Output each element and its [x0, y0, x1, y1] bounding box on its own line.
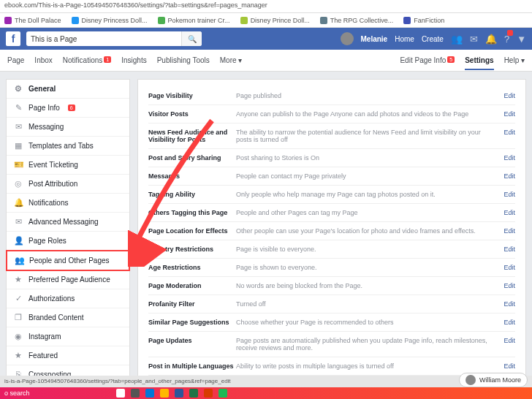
- bookmark-item[interactable]: Disney Prince Doll...: [240, 17, 310, 24]
- setting-label: Tagging Ability: [148, 191, 236, 198]
- edit-link[interactable]: Edit: [503, 362, 515, 370]
- taskbar-search[interactable]: o search: [4, 390, 30, 397]
- spotify-icon[interactable]: [218, 389, 227, 398]
- nav-publishing-tools[interactable]: Publishing Tools: [157, 56, 210, 64]
- favicon-icon: [403, 17, 411, 24]
- favicon-icon: [4, 17, 12, 24]
- setting-row: Page VisibilityPage publishedEdit: [148, 87, 515, 105]
- edit-link[interactable]: Edit: [503, 110, 515, 118]
- nav-settings[interactable]: Settings: [465, 56, 493, 70]
- edit-link[interactable]: Edit: [503, 154, 515, 162]
- setting-value: Other people can use your Page's locatio…: [236, 227, 503, 235]
- taskview-icon[interactable]: [131, 389, 140, 398]
- quick-help-icon[interactable]: ?: [504, 34, 509, 45]
- favicon-icon: [158, 17, 165, 24]
- edit-link[interactable]: Edit: [503, 300, 515, 308]
- nav-home[interactable]: Home: [395, 35, 414, 43]
- edit-link[interactable]: Edit: [503, 337, 515, 352]
- sidebar-item-general[interactable]: ⚙General: [7, 80, 129, 99]
- excel-icon[interactable]: [189, 389, 198, 398]
- sidebar-item-authorizations[interactable]: ✓Authorizations: [7, 289, 129, 308]
- search-input[interactable]: This is a Page 🔍: [26, 31, 202, 46]
- facebook-logo-icon[interactable]: f: [6, 31, 20, 46]
- setting-value: Page is visible to everyone.: [236, 246, 503, 253]
- setting-value: Page published: [236, 92, 503, 99]
- setting-value: Post sharing to Stories is On: [236, 154, 503, 162]
- sidebar-item-templates-and-tabs[interactable]: ▦Templates and Tabs: [7, 137, 129, 156]
- setting-row: Post and Story SharingPost sharing to St…: [148, 149, 515, 167]
- setting-label: Profanity Filter: [148, 300, 236, 308]
- friends-icon[interactable]: 👥: [451, 34, 463, 45]
- sidebar-icon: ★: [14, 275, 23, 284]
- search-value: This is a Page: [31, 35, 77, 43]
- sidebar-icon: ✎: [14, 103, 23, 113]
- notifications-icon[interactable]: 🔔: [485, 34, 497, 45]
- favicon-icon: [320, 17, 327, 24]
- nav-inbox[interactable]: Inbox: [34, 56, 52, 64]
- setting-label: News Feed Audience and Visibility for Po…: [148, 129, 236, 143]
- bookmark-item[interactable]: The Doll Palace: [4, 17, 61, 24]
- powerpoint-icon[interactable]: [204, 389, 213, 398]
- user-name[interactable]: Melanie: [361, 35, 388, 43]
- avatar[interactable]: [341, 32, 354, 45]
- status-bar: is-is-a-Page-105494507648360/settings/?t…: [0, 376, 532, 387]
- sidebar-icon: ✉: [14, 217, 23, 227]
- sidebar-item-people-and-other-pages[interactable]: 👥People and Other Pages: [6, 250, 130, 271]
- facebook-header: f This is a Page 🔍 Melanie Home Create 👥…: [0, 28, 532, 50]
- setting-row: News Feed Audience and Visibility for Po…: [148, 123, 515, 149]
- sidebar-icon: ⚙: [14, 84, 23, 94]
- sidebar-item-post-attribution[interactable]: ◎Post Attribution: [7, 175, 129, 194]
- edit-link[interactable]: Edit: [503, 129, 515, 143]
- edit-link[interactable]: Edit: [503, 246, 515, 253]
- sidebar-item-event-ticketing[interactable]: 🎫Event Ticketing: [7, 156, 129, 175]
- sidebar-icon: 👤: [14, 236, 23, 246]
- setting-label: Page Location for Effects: [148, 227, 236, 235]
- bookmark-item[interactable]: The RPG Collective...: [320, 17, 394, 24]
- dropdown-icon[interactable]: ▼: [517, 34, 526, 45]
- nav-edit-page-info[interactable]: Edit Page Info5: [400, 56, 455, 64]
- setting-label: Page Moderation: [148, 282, 236, 289]
- edit-link[interactable]: Edit: [503, 209, 515, 216]
- sidebar-item-messaging[interactable]: ✉Messaging: [7, 118, 129, 137]
- url-bar[interactable]: ebook.com/This-is-a-Page-105494507648360…: [0, 0, 532, 13]
- edit-link[interactable]: Edit: [503, 282, 515, 289]
- edit-link[interactable]: Edit: [503, 172, 515, 180]
- messages-icon[interactable]: ✉: [470, 34, 478, 45]
- setting-label: Post in Multiple Languages: [148, 362, 236, 370]
- edge-icon[interactable]: [145, 389, 154, 398]
- setting-value: The ability to narrow the potential audi…: [236, 129, 503, 143]
- cortana-icon[interactable]: [116, 389, 125, 398]
- nav-notifications[interactable]: Notifications1: [63, 56, 111, 64]
- bookmark-item[interactable]: FanFiction: [403, 17, 444, 24]
- edit-link[interactable]: Edit: [503, 227, 515, 235]
- explorer-icon[interactable]: [160, 389, 169, 398]
- setting-value: Only people who help manage my Page can …: [236, 191, 503, 198]
- search-icon[interactable]: 🔍: [181, 31, 202, 46]
- nav-insights[interactable]: Insights: [121, 56, 146, 64]
- setting-row: Similar Page SuggestionsChoose whether y…: [148, 314, 515, 332]
- sidebar-item-featured[interactable]: ★Featured: [7, 346, 129, 365]
- sidebar-item-branded-content[interactable]: ❐Branded Content: [7, 308, 129, 327]
- edit-link[interactable]: Edit: [503, 264, 515, 271]
- bookmark-item[interactable]: Pokemon trainer Cr...: [158, 17, 230, 24]
- edit-link[interactable]: Edit: [503, 191, 515, 198]
- avatar-icon: [466, 375, 476, 385]
- sidebar-item-page-info[interactable]: ✎Page Info6: [7, 99, 129, 118]
- edit-link[interactable]: Edit: [503, 319, 515, 326]
- sidebar-item-instagram[interactable]: ◉Instagram: [7, 327, 129, 346]
- sidebar-icon: ◎: [14, 179, 23, 189]
- word-icon[interactable]: [175, 389, 183, 398]
- sidebar-item-page-roles[interactable]: 👤Page Roles: [7, 232, 129, 251]
- edit-link[interactable]: Edit: [503, 92, 515, 99]
- nav-more-[interactable]: More ▾: [220, 56, 243, 64]
- nav-page[interactable]: Page: [7, 56, 24, 64]
- nav-create[interactable]: Create: [422, 35, 444, 43]
- badge: 6: [68, 104, 75, 111]
- sidebar-item-preferred-page-audience[interactable]: ★Preferred Page Audience: [7, 270, 129, 289]
- status-user-chip[interactable]: William Moore: [459, 373, 528, 387]
- bookmark-item[interactable]: Disney Princess Doll...: [72, 17, 148, 24]
- sidebar-item-notifications[interactable]: 🔔Notifications: [7, 194, 129, 213]
- nav-help-[interactable]: Help ▾: [504, 56, 525, 64]
- sidebar-icon: ★: [14, 351, 23, 360]
- sidebar-item-advanced-messaging[interactable]: ✉Advanced Messaging: [7, 213, 129, 232]
